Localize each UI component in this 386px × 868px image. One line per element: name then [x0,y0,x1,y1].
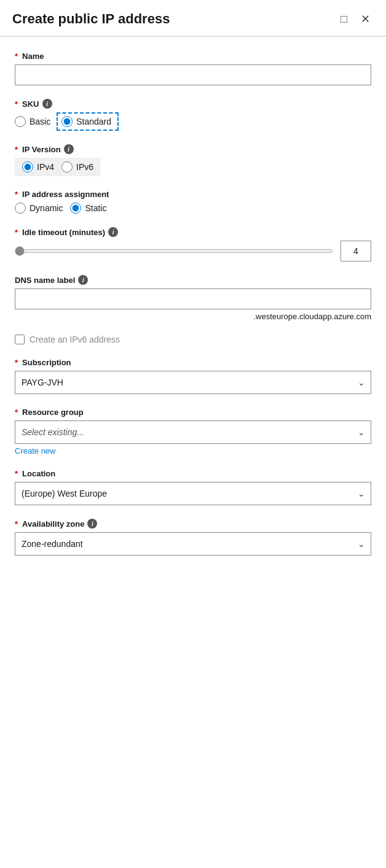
sku-standard-radio[interactable] [61,116,73,127]
subscription-group: * Subscription PAYG-JVH ⌄ [15,358,371,394]
panel-header: Create public IP address □ ✕ [0,0,386,36]
availability-zone-select-wrapper: Zone-redundant ⌄ [15,532,371,556]
create-public-ip-panel: Create public IP address □ ✕ * Name * SK… [0,0,386,868]
maximize-button[interactable]: □ [337,12,351,26]
sku-standard-option[interactable]: Standard [61,116,111,127]
sku-group: * SKU i Basic Standard [15,99,371,131]
ipv6-checkbox-row: Create an IPv6 address [15,335,371,344]
location-required-star: * [15,469,18,478]
static-option[interactable]: Static [70,203,106,214]
ipv4-radio[interactable] [22,161,33,172]
sku-basic-option[interactable]: Basic [15,116,50,127]
ipv6-option[interactable]: IPv6 [61,161,93,172]
assignment-group: * IP address assignment Dynamic Static [15,190,371,214]
idle-timeout-label: * Idle timeout (minutes) i [15,227,371,237]
availability-zone-select[interactable]: Zone-redundant [15,532,371,556]
header-actions: □ ✕ [337,12,374,26]
ipv6-checkbox-group: Create an IPv6 address [15,335,371,344]
idle-timeout-info-icon[interactable]: i [108,227,118,237]
sku-required-star: * [15,99,18,109]
ipv6-checkbox-label: Create an IPv6 address [30,335,120,344]
idle-timeout-value: 4 [341,241,371,262]
dns-suffix: .westeurope.cloudapp.azure.com [15,312,371,321]
panel-title: Create public IP address [12,11,170,27]
sku-label: * SKU i [15,99,371,109]
ipv4-label: IPv4 [37,162,54,172]
name-input[interactable] [15,64,371,85]
availability-zone-required-star: * [15,519,18,529]
sku-standard-label: Standard [76,117,111,126]
name-group: * Name [15,52,371,85]
location-group: * Location (Europe) West Europe ⌄ [15,469,371,505]
sku-basic-radio[interactable] [15,116,26,127]
idle-timeout-group: * Idle timeout (minutes) i 4 [15,227,371,262]
sku-radio-group: Basic Standard [15,112,371,131]
name-required-star: * [15,52,18,61]
ipv6-label: IPv6 [76,162,93,172]
availability-zone-label: * Availability zone i [15,519,371,529]
ipv4-option[interactable]: IPv4 [22,161,54,172]
idle-timeout-slider-row: 4 [15,241,371,262]
ipv6-radio[interactable] [61,161,73,172]
subscription-label: * Subscription [15,358,371,367]
dns-group: DNS name label i .westeurope.cloudapp.az… [15,275,371,321]
subscription-select[interactable]: PAYG-JVH [15,371,371,394]
panel-body: * Name * SKU i Basic Standard [0,37,386,584]
sku-standard-selected-box: Standard [57,112,119,131]
ip-version-required-star: * [15,145,18,154]
idle-timeout-required-star: * [15,228,18,237]
name-label: * Name [15,52,371,61]
static-radio[interactable] [70,203,81,214]
resource-group-select[interactable]: Select existing... [15,420,371,444]
dynamic-option[interactable]: Dynamic [15,203,63,214]
subscription-select-wrapper: PAYG-JVH ⌄ [15,371,371,394]
location-label: * Location [15,469,371,478]
sku-basic-label: Basic [30,117,50,126]
idle-timeout-slider[interactable] [15,249,333,253]
sku-info-icon[interactable]: i [42,99,52,109]
ip-version-info-icon[interactable]: i [64,144,74,154]
ipv6-checkbox[interactable] [15,335,25,344]
dns-label: DNS name label i [15,275,371,285]
assignment-label: * IP address assignment [15,190,371,199]
resource-group-required-star: * [15,408,18,417]
static-label: Static [85,203,106,213]
resource-group-group: * Resource group Select existing... ⌄ Cr… [15,408,371,455]
create-new-link[interactable]: Create new [15,446,55,455]
close-button[interactable]: ✕ [357,12,374,26]
availability-zone-group: * Availability zone i Zone-redundant ⌄ [15,519,371,556]
dns-input[interactable] [15,289,371,309]
assignment-radio-group: Dynamic Static [15,203,371,214]
location-select[interactable]: (Europe) West Europe [15,482,371,505]
ip-version-radio-group: IPv4 IPv6 [15,158,101,176]
resource-group-label: * Resource group [15,408,371,417]
ip-version-label: * IP Version i [15,144,371,154]
assignment-required-star: * [15,190,18,199]
availability-zone-info-icon[interactable]: i [87,519,97,529]
location-select-wrapper: (Europe) West Europe ⌄ [15,482,371,505]
dns-info-icon[interactable]: i [78,275,88,285]
subscription-required-star: * [15,358,18,367]
resource-group-select-wrapper: Select existing... ⌄ [15,420,371,444]
dynamic-label: Dynamic [30,203,63,213]
ip-version-group: * IP Version i IPv4 IPv6 [15,144,371,176]
dynamic-radio[interactable] [15,203,26,214]
